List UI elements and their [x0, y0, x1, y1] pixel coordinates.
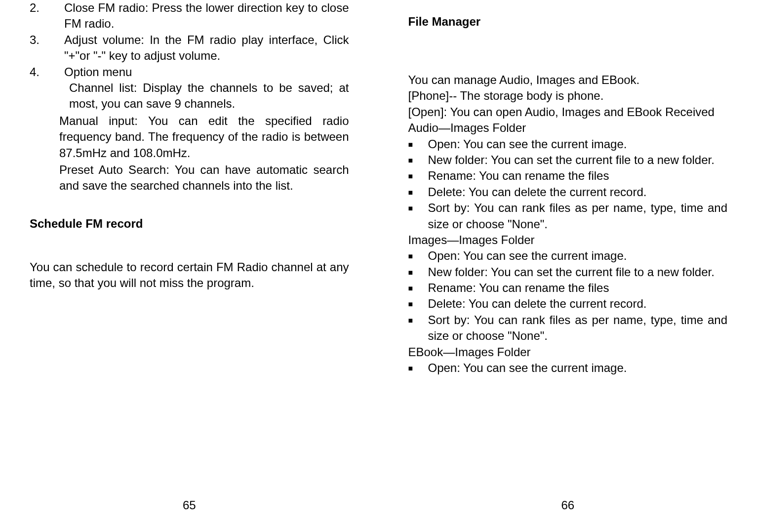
page-left-content: 2. Close FM radio: Press the lower direc… — [30, 0, 349, 532]
list-text: Close FM radio: Press the lower directio… — [64, 0, 349, 32]
list-item: New folder: You can set the current file… — [408, 264, 728, 280]
sec2-list: Open: You can see the current image. New… — [408, 248, 728, 344]
sec3-title: EBook—Images Folder — [408, 344, 728, 360]
page-number-left: 65 — [0, 498, 379, 512]
list-text: Sort by: You can rank files as per name,… — [428, 200, 728, 232]
list-item: Rename: You can rename the files — [408, 280, 728, 296]
option-channel-list: Channel list: Display the channels to be… — [69, 80, 349, 112]
list-item: Sort by: You can rank files as per name,… — [408, 200, 728, 232]
sec1-list: Open: You can see the current image. New… — [408, 136, 728, 232]
list-num: 4. — [30, 64, 64, 80]
schedule-body: You can schedule to record certain FM Ra… — [30, 259, 349, 291]
list-num: 3. — [30, 32, 64, 64]
sec1-title: Audio—Images Folder — [408, 120, 728, 136]
list-item: Delete: You can delete the current recor… — [408, 296, 728, 312]
page-spread: 2. Close FM radio: Press the lower direc… — [0, 0, 757, 532]
list-item: Rename: You can rename the files — [408, 168, 728, 184]
list-text: Option menu — [64, 64, 349, 80]
file-manager-heading: File Manager — [408, 15, 728, 29]
list-item: Open: You can see the current image. — [408, 136, 728, 152]
option-preset-auto: Preset Auto Search: You can have automat… — [59, 162, 349, 194]
intro-line-1: You can manage Audio, Images and EBook. — [408, 72, 728, 88]
intro-line-3: [Open]: You can open Audio, Images and E… — [408, 104, 728, 120]
list-text: Adjust volume: In the FM radio play inte… — [64, 32, 349, 64]
list-item: Sort by: You can rank files as per name,… — [408, 312, 728, 344]
list-text: Open: You can see the current image. — [428, 360, 728, 376]
schedule-heading: Schedule FM record — [30, 217, 349, 231]
page-number-right: 66 — [379, 498, 757, 512]
list-text: Sort by: You can rank files as per name,… — [428, 312, 728, 344]
list-text: Rename: You can rename the files — [428, 280, 728, 296]
list-text: Open: You can see the current image. — [428, 136, 728, 152]
page-right-content: File Manager You can manage Audio, Image… — [408, 0, 728, 532]
list-item: Open: You can see the current image. — [408, 248, 728, 264]
list-text: Delete: You can delete the current recor… — [428, 296, 728, 312]
list-text: Delete: You can delete the current recor… — [428, 184, 728, 200]
list-text: Open: You can see the current image. — [428, 248, 728, 264]
list-text: Rename: You can rename the files — [428, 168, 728, 184]
list-text: New folder: You can set the current file… — [428, 264, 728, 280]
list-text: New folder: You can set the current file… — [428, 152, 728, 168]
list-item-3: 3. Adjust volume: In the FM radio play i… — [30, 32, 349, 64]
sec3-list: Open: You can see the current image. — [408, 360, 728, 376]
list-item: Open: You can see the current image. — [408, 360, 728, 376]
intro-line-2: [Phone]-- The storage body is phone. — [408, 88, 728, 104]
sec2-title: Images—Images Folder — [408, 232, 728, 248]
list-item-4: 4. Option menu — [30, 64, 349, 80]
list-item: New folder: You can set the current file… — [408, 152, 728, 168]
option-manual-input: Manual input: You can edit the specified… — [59, 113, 349, 161]
list-item: Delete: You can delete the current recor… — [408, 184, 728, 200]
page-left: 2. Close FM radio: Press the lower direc… — [0, 0, 379, 532]
list-num: 2. — [30, 0, 64, 32]
list-item-2: 2. Close FM radio: Press the lower direc… — [30, 0, 349, 32]
page-right: File Manager You can manage Audio, Image… — [379, 0, 757, 532]
